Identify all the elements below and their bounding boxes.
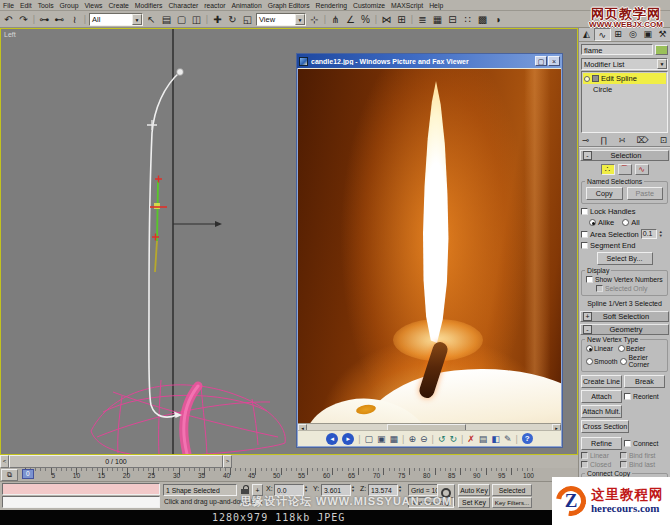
tab-modify[interactable]: ∿ <box>594 28 611 41</box>
close-button[interactable]: × <box>548 56 560 66</box>
spinner-icon[interactable]: ▲▼ <box>659 230 665 238</box>
linear-radio[interactable] <box>586 345 593 352</box>
menu-item[interactable]: Modifiers <box>135 2 163 9</box>
select-and-link-icon[interactable]: ⊶ <box>38 12 51 27</box>
best-fit-icon[interactable]: ▢ <box>365 432 374 446</box>
area-selection-value[interactable]: 0.1 <box>641 229 657 239</box>
tab-utilities[interactable]: ⚒ <box>655 28 670 41</box>
timeline-ruler[interactable]: ⧉ 05101520253035404550556065707580859095… <box>0 468 578 482</box>
tab-hierarchy[interactable]: ⊞ <box>611 28 626 41</box>
rotate-cw-icon[interactable]: ↻ <box>449 432 457 446</box>
make-unique-icon[interactable]: ∺ <box>618 135 625 145</box>
delete-button[interactable]: ✗ <box>467 432 475 446</box>
stack-item-edit-spline[interactable]: Edit Spline <box>583 73 666 84</box>
mirror-icon[interactable]: ⋈ <box>380 12 393 27</box>
menu-item[interactable]: Graph Editors <box>268 2 310 9</box>
next-frame-button[interactable]: > <box>223 455 232 468</box>
zoom-in-icon[interactable]: ⊕ <box>408 432 416 446</box>
tab-motion[interactable]: ◎ <box>625 28 640 41</box>
menu-item[interactable]: Rendering <box>316 2 347 9</box>
layer-manager-icon[interactable]: ≣ <box>416 12 429 27</box>
percent-snap-icon[interactable]: % <box>359 12 372 27</box>
select-and-manipulate-icon[interactable]: ⊹ <box>308 12 321 27</box>
attach-mult-button[interactable]: Attach Mult. <box>581 405 622 418</box>
macro-recorder-field[interactable] <box>2 483 160 495</box>
collapse-icon[interactable]: - <box>583 325 592 334</box>
auto-key-button[interactable]: Auto Key <box>458 484 490 496</box>
undo-icon[interactable]: ↶ <box>2 12 15 27</box>
key-filters-button[interactable]: Key Filters... <box>492 497 532 508</box>
key-mode-dropdown[interactable]: Selected <box>492 484 532 496</box>
listener-field[interactable] <box>2 496 160 508</box>
next-image-button[interactable]: ► <box>342 433 354 445</box>
refine-button[interactable]: Refine <box>581 437 622 450</box>
object-name-field[interactable]: flame <box>581 44 653 55</box>
break-button[interactable]: Break <box>624 375 665 388</box>
spinner-icon[interactable]: ▲▼ <box>398 485 404 493</box>
menu-item[interactable]: Group <box>60 2 79 9</box>
window-crossing-icon[interactable]: ◫ <box>190 12 203 27</box>
rollout-geometry[interactable]: - Geometry <box>580 324 669 335</box>
bind-to-spacewarp-icon[interactable]: ≀ <box>68 12 81 27</box>
chevron-down-icon[interactable]: ▼ <box>295 14 305 25</box>
select-and-scale-icon[interactable]: ◱ <box>241 12 254 27</box>
rectangular-selection-icon[interactable]: ▢ <box>175 12 188 27</box>
menu-item[interactable]: Customize <box>353 2 385 9</box>
render-setup-icon[interactable]: ▩ <box>476 12 489 27</box>
select-by-button[interactable]: Select By... <box>597 252 653 265</box>
material-editor-icon[interactable]: ∷ <box>461 12 474 27</box>
angle-snap-icon[interactable]: ∠ <box>344 12 357 27</box>
selection-filter-dropdown[interactable]: All ▼ <box>89 13 143 26</box>
redo-icon[interactable]: ↷ <box>17 12 30 27</box>
curve-editor-icon[interactable]: ▦ <box>431 12 444 27</box>
segment-subobject-icon[interactable]: ⌒ <box>618 164 632 175</box>
select-and-rotate-icon[interactable]: ↻ <box>226 12 239 27</box>
previous-frame-button[interactable]: < <box>0 455 9 468</box>
modifier-enable-icon[interactable] <box>584 76 590 82</box>
maximize-button[interactable]: ▢ <box>535 56 547 66</box>
tab-create[interactable]: ◭ <box>579 28 594 41</box>
cross-section-button[interactable]: Cross Section <box>581 420 629 433</box>
time-slider[interactable]: 0 / 100 <box>9 455 223 468</box>
remove-modifier-icon[interactable]: ⌦ <box>637 135 649 145</box>
snap-toggle-icon[interactable]: ⋔ <box>329 12 342 27</box>
alike-radio[interactable] <box>589 219 596 226</box>
expand-icon[interactable]: + <box>583 312 592 321</box>
all-radio[interactable] <box>622 219 629 226</box>
tab-display[interactable]: ▣ <box>640 28 655 41</box>
rollout-soft-selection[interactable]: + Soft Selection <box>580 311 669 322</box>
select-and-move-icon[interactable]: ✚ <box>211 12 224 27</box>
copy-button[interactable]: Copy <box>586 187 623 200</box>
connect-checkbox[interactable] <box>624 440 631 447</box>
rollout-selection[interactable]: - Selection <box>580 150 669 161</box>
show-end-result-icon[interactable]: ∏ <box>600 135 607 145</box>
menu-item[interactable]: Tools <box>38 2 54 9</box>
menu-item[interactable]: File <box>3 2 14 9</box>
rotate-ccw-icon[interactable]: ↺ <box>438 432 446 446</box>
select-by-name-icon[interactable]: ▤ <box>160 12 173 27</box>
create-line-button[interactable]: Create Line <box>581 375 622 388</box>
pin-stack-icon[interactable]: ⊸ <box>582 135 589 145</box>
menu-item[interactable]: Animation <box>231 2 261 9</box>
area-selection-checkbox[interactable] <box>581 231 588 238</box>
bezier-radio[interactable] <box>618 345 625 352</box>
spinner-icon[interactable]: ▲▼ <box>304 485 310 493</box>
smooth-radio[interactable] <box>586 358 593 365</box>
menu-item[interactable]: Help <box>429 2 443 9</box>
actual-size-icon[interactable]: ▣ <box>377 432 386 446</box>
menu-item[interactable]: reactor <box>204 2 225 9</box>
vertex-subobject-icon[interactable]: ∴ <box>601 164 615 175</box>
spline-subobject-icon[interactable]: ∿ <box>635 164 649 175</box>
save-icon[interactable]: ◧ <box>491 432 500 446</box>
show-vertex-numbers-checkbox[interactable] <box>586 276 593 283</box>
menu-item[interactable]: Views <box>84 2 102 9</box>
print-icon[interactable]: ▤ <box>479 432 488 446</box>
select-object-icon[interactable]: ↖ <box>145 12 158 27</box>
attach-button[interactable]: Attach <box>581 390 622 403</box>
collapse-icon[interactable]: - <box>583 151 592 160</box>
viewport-label[interactable]: Left <box>4 31 16 38</box>
segment-end-checkbox[interactable] <box>581 242 588 249</box>
menu-item[interactable]: Edit <box>20 2 32 9</box>
slideshow-icon[interactable]: ▦ <box>390 432 399 446</box>
menu-item[interactable]: MAXScript <box>391 2 423 9</box>
